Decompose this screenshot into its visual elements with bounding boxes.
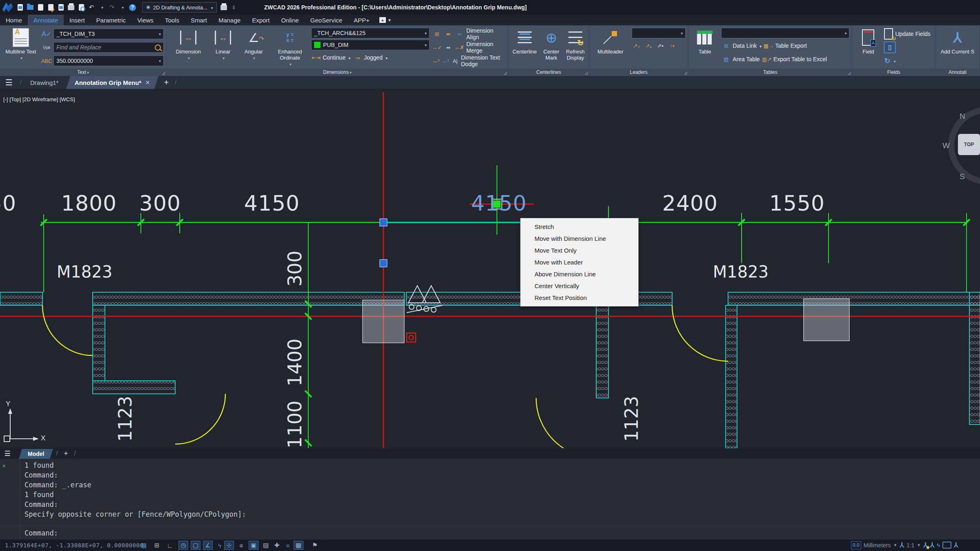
print-icon[interactable] <box>68 4 74 11</box>
mleader-style-select[interactable] <box>632 28 686 38</box>
ribbon-options-icon[interactable] <box>388 18 392 22</box>
viewport-controls[interactable]: [-] [Top] [2D Wireframe] [WCS] <box>3 96 75 102</box>
dim-spacing-icon[interactable]: ⇹ <box>443 29 453 39</box>
quick-properties-icon[interactable]: ▦ <box>294 541 303 550</box>
continue-button[interactable]: ⇤⇥Continue <box>311 52 350 63</box>
precision-toggle[interactable]: 0.0 <box>851 541 861 549</box>
auto-scale-icon[interactable] <box>930 541 934 549</box>
add-selected-icon[interactable]: ✚ <box>272 541 282 550</box>
command-window[interactable]: 1 found Command: Command: _.erase 1 foun… <box>0 459 980 540</box>
annotation-monitor-icon[interactable] <box>954 541 958 549</box>
panel-label-dimensions[interactable]: Dimensions <box>167 69 508 76</box>
add-current-scale-button[interactable]: Add Current S <box>938 27 977 69</box>
linetype-icon[interactable]: ∠ <box>203 541 213 550</box>
panel-label-text[interactable]: Text <box>0 69 166 76</box>
menu-item-reset-text-position[interactable]: Reset Text Position <box>521 292 638 304</box>
update-fields-button[interactable]: Update Fields <box>895 29 930 39</box>
new-file-icon[interactable] <box>17 4 23 11</box>
field-selected-icon[interactable] <box>884 42 895 53</box>
jogged-button[interactable]: ↝Jogged <box>352 52 388 63</box>
menu-item-move-text-only[interactable]: Move Text Only <box>521 244 638 256</box>
properties-list-icon[interactable]: ▤ <box>261 541 271 550</box>
doc-tab-annotation-grip-menu[interactable]: Annotation Grip Menu* <box>66 76 159 89</box>
text-style-select[interactable]: _TCH_DIM_T3 <box>53 29 164 39</box>
leader-add-icon[interactable]: ↗₊ <box>632 41 641 51</box>
dim-text-icon[interactable]: A| <box>451 56 459 66</box>
panel-label-tables[interactable]: Tables <box>688 69 852 76</box>
text-height-select[interactable]: 350.00000000 <box>53 56 164 66</box>
command-close-icon[interactable] <box>2 462 6 469</box>
update-fields-icon[interactable] <box>884 28 893 40</box>
dialog-launcher-icon[interactable] <box>585 71 588 75</box>
close-icon[interactable] <box>146 80 150 86</box>
file-tabs-menu-icon[interactable] <box>0 76 18 89</box>
annotation-scale-icon[interactable] <box>900 541 904 549</box>
clean-screen-icon[interactable] <box>942 542 951 549</box>
menu-item-move-with-dimension-line[interactable]: Move with Dimension Line <box>521 233 638 244</box>
polar-tracking-icon[interactable]: ◷ <box>178 541 188 550</box>
leader-collect-icon[interactable]: ↑▪ <box>667 41 677 51</box>
lineweight-icon[interactable]: ≡ <box>236 541 246 550</box>
preview-icon[interactable] <box>78 4 85 11</box>
dim-align-icon[interactable]: ⇿ <box>455 29 464 39</box>
panel-label-leaders[interactable]: Leaders <box>589 69 688 76</box>
annotation-visibility-icon[interactable] <box>923 541 927 549</box>
table-style-select[interactable] <box>721 28 849 38</box>
lineweight-display-icon[interactable]: ≡ <box>283 541 293 550</box>
enhanced-ordinate-button[interactable]: y =x = Enhanced Ordinate <box>271 27 309 69</box>
ortho-icon[interactable]: ∟ <box>165 541 175 550</box>
workspace-flag-icon[interactable]: ⚑ <box>310 541 320 550</box>
drawing-viewport[interactable]: [-] [Top] [2D Wireframe] [WCS] N W S TOP… <box>0 89 980 448</box>
field-button[interactable]: Field <box>855 27 882 69</box>
tab-tools[interactable]: Tools <box>159 15 185 25</box>
multiline-text-button[interactable]: Multiline Text <box>2 27 39 69</box>
viewcube-top-face[interactable]: TOP <box>958 134 980 155</box>
command-prompt[interactable]: Command: <box>24 529 58 537</box>
dialog-launcher-icon[interactable] <box>162 71 165 75</box>
redo-icon[interactable]: ↷ <box>109 4 115 11</box>
angular-button[interactable]: Angular <box>238 27 269 69</box>
qat-customize-icon[interactable] <box>220 4 227 11</box>
dim-style-select[interactable]: _TCH_ARCH&&125 <box>311 28 430 38</box>
undo-dropdown[interactable] <box>98 4 105 11</box>
table-export-button[interactable]: ▦→Table Export <box>764 40 807 51</box>
dialog-launcher-icon[interactable] <box>504 71 507 75</box>
menu-item-move-with-leader[interactable]: Move with Leader <box>521 256 638 268</box>
snap-grid-icon[interactable]: ⊞ <box>152 541 162 550</box>
leader-remove-icon[interactable]: ↗ₓ <box>644 41 653 51</box>
tab-manage[interactable]: Manage <box>213 15 246 25</box>
export-table-excel-button[interactable]: ▥↗Export Table to Excel <box>762 54 827 64</box>
numbered-list-icon[interactable]: ⅓≡ <box>42 42 51 52</box>
copy-icon[interactable] <box>58 4 64 11</box>
dimension-button[interactable]: Dimension <box>169 27 207 69</box>
menu-item-center-vertically[interactable]: Center Vertically <box>521 280 638 292</box>
dialog-launcher-icon[interactable] <box>848 71 851 75</box>
menu-item-stretch[interactable]: Stretch <box>521 221 638 233</box>
object-snap-icon[interactable]: ▢ <box>191 541 200 550</box>
refresh-icon[interactable] <box>884 56 890 65</box>
layout-menu-icon[interactable] <box>0 448 15 459</box>
find-replace-input[interactable]: Find and Replace <box>53 42 164 53</box>
tab-parametric[interactable]: Parametric <box>91 15 132 25</box>
redo-dropdown[interactable] <box>119 4 125 11</box>
units-dropdown-icon[interactable] <box>893 543 898 547</box>
dim-check-icon[interactable]: ↔✓ <box>432 42 442 52</box>
dimension-align-button[interactable]: Dimension Align <box>466 29 506 39</box>
grid-display-icon[interactable]: ▦ <box>139 541 149 550</box>
save-icon[interactable] <box>37 4 44 11</box>
centerline-button[interactable]: Centerline <box>511 27 538 69</box>
tab-geoservice[interactable]: GeoService <box>305 15 348 25</box>
dimension-text-dodge-button[interactable]: Dimension Text Dodge <box>461 56 506 66</box>
dim-layer-select[interactable]: PUB_DIM <box>311 40 430 50</box>
area-table-button[interactable]: ▤Area Table <box>721 54 760 64</box>
dim-text-4150-selected[interactable]: 4150 <box>471 191 527 216</box>
panel-label-centerlines[interactable]: Centerlines <box>508 69 589 76</box>
doc-tab-drawing1[interactable]: Drawing1* <box>24 76 65 89</box>
dim-merge-icon[interactable]: ↔✗ <box>454 42 464 52</box>
tab-home[interactable]: Home <box>0 15 28 25</box>
center-mark-button[interactable]: Center Mark <box>541 27 562 69</box>
dim-update3-icon[interactable]: ↔³ <box>432 56 440 66</box>
refresh-display-button[interactable]: Refresh Display <box>564 27 586 69</box>
tab-smart[interactable]: Smart <box>185 15 213 25</box>
data-link-button[interactable]: ⊞Data Link <box>721 40 762 51</box>
